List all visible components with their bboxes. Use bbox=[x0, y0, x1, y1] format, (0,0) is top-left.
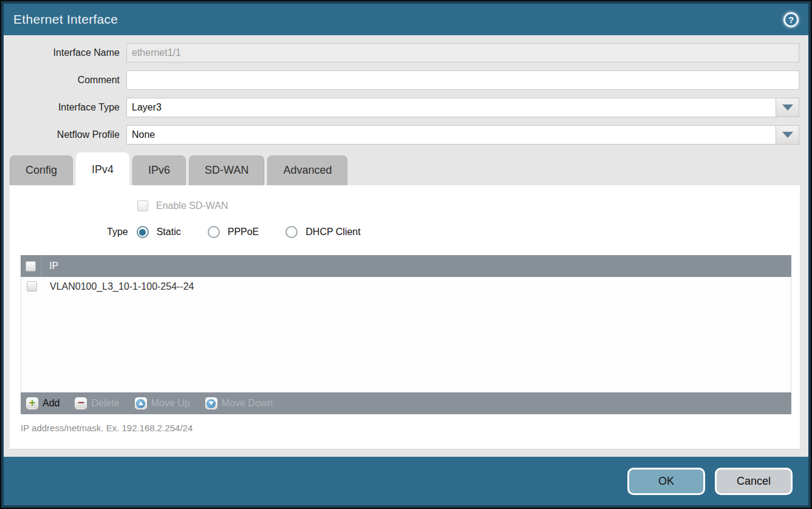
type-label: Type bbox=[107, 227, 128, 237]
arrow-down-orb-icon bbox=[205, 397, 217, 409]
radio-dhcp-client[interactable]: DHCP Client bbox=[285, 226, 360, 238]
netflow-profile-field[interactable] bbox=[126, 125, 776, 145]
ipv4-tab-panel: Enable SD-WAN Type Static PPPoE DHCP Cli… bbox=[10, 185, 800, 449]
tab-ipv4[interactable]: IPv4 bbox=[76, 152, 129, 185]
move-down-button: Move Down bbox=[205, 397, 273, 409]
tab-sdwan[interactable]: SD-WAN bbox=[189, 155, 264, 185]
tab-ipv6[interactable]: IPv6 bbox=[132, 155, 186, 185]
move-up-button: Move Up bbox=[135, 397, 190, 409]
ok-button[interactable]: OK bbox=[627, 468, 705, 495]
tab-config[interactable]: Config bbox=[10, 155, 73, 185]
tab-bar: Config IPv4 IPv6 SD-WAN Advanced bbox=[4, 152, 808, 185]
radio-static[interactable]: Static bbox=[137, 226, 181, 238]
radio-button-icon bbox=[208, 226, 220, 238]
ip-format-hint: IP address/netmask. Ex. 192.168.2.254/24 bbox=[21, 423, 800, 433]
enable-sdwan-checkbox bbox=[137, 200, 148, 211]
comment-label: Comment bbox=[4, 75, 126, 86]
interface-name-field bbox=[126, 43, 799, 63]
triangle-down-icon bbox=[782, 104, 793, 111]
table-body: VLAN0100_L3_10-1-100-254--24 bbox=[21, 277, 791, 392]
interface-type-field[interactable] bbox=[126, 98, 776, 117]
tab-advanced[interactable]: Advanced bbox=[267, 155, 347, 185]
ethernet-interface-dialog: Ethernet Interface ? Interface Name Comm… bbox=[0, 0, 812, 509]
netflow-profile-row: Netflow Profile bbox=[4, 125, 799, 145]
row-checkbox[interactable] bbox=[27, 281, 37, 292]
netflow-profile-label: Netflow Profile bbox=[4, 129, 126, 140]
plus-icon: + bbox=[26, 397, 38, 409]
ip-address-table: IP VLAN0100_L3_10-1-100-254--24 + Add bbox=[21, 255, 791, 414]
comment-field[interactable] bbox=[126, 70, 799, 90]
type-radio-group: Type Static PPPoE DHCP Client bbox=[107, 226, 800, 238]
netflow-profile-dropdown-button[interactable] bbox=[776, 125, 799, 145]
dialog-titlebar: Ethernet Interface ? bbox=[4, 4, 808, 35]
arrow-up-orb-icon bbox=[135, 397, 147, 409]
add-button[interactable]: + Add bbox=[26, 397, 60, 409]
row-ip-value: VLAN0100_L3_10-1-100-254--24 bbox=[42, 281, 194, 292]
enable-sdwan-label: Enable SD-WAN bbox=[156, 200, 228, 211]
comment-row: Comment bbox=[4, 70, 799, 90]
dialog-title: Ethernet Interface bbox=[13, 12, 118, 27]
column-header-ip: IP bbox=[41, 261, 58, 272]
triangle-down-icon bbox=[782, 132, 793, 138]
interface-name-row: Interface Name bbox=[4, 43, 799, 63]
radio-button-icon bbox=[285, 226, 298, 238]
select-all-checkbox[interactable] bbox=[26, 261, 36, 272]
interface-type-dropdown-button[interactable] bbox=[776, 98, 799, 117]
radio-button-icon bbox=[137, 226, 149, 238]
radio-pppoe[interactable]: PPPoE bbox=[208, 226, 259, 238]
dialog-footer: OK Cancel bbox=[4, 457, 808, 505]
table-row[interactable]: VLAN0100_L3_10-1-100-254--24 bbox=[21, 277, 791, 296]
interface-type-label: Interface Type bbox=[4, 102, 126, 113]
minus-icon: − bbox=[75, 397, 87, 409]
table-header: IP bbox=[21, 255, 791, 277]
interface-name-label: Interface Name bbox=[4, 47, 126, 58]
table-toolbar: + Add − Delete Move Up Move Down bbox=[21, 392, 791, 414]
enable-sdwan-row: Enable SD-WAN bbox=[137, 200, 800, 211]
interface-type-row: Interface Type bbox=[4, 98, 799, 117]
help-icon[interactable]: ? bbox=[783, 12, 799, 27]
interface-form: Interface Name Comment Interface Type bbox=[4, 35, 808, 152]
delete-button: − Delete bbox=[75, 397, 119, 409]
cancel-button[interactable]: Cancel bbox=[715, 468, 793, 495]
